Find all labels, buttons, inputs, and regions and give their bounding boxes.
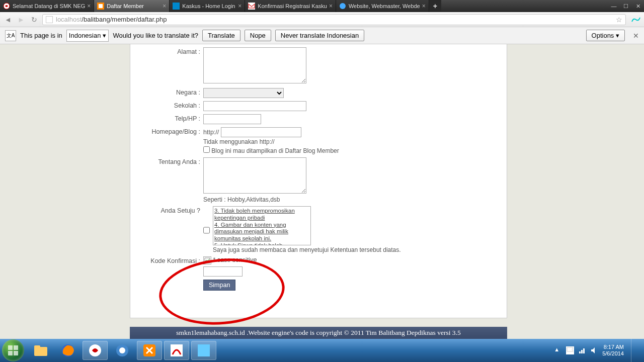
tab-label: Selamat Datang di SMK NEG [13,3,85,9]
setuju-checkbox[interactable] [203,207,210,253]
tentang-textarea[interactable] [203,157,306,194]
svg-rect-12 [34,345,40,348]
svg-point-5 [340,3,346,9]
casesens-text: * case sensitive [213,256,257,263]
setuju-label: Anda Setuju ? [160,207,200,214]
tab-label: Website, Webmaster, Webde [349,3,420,9]
taskbar-xampp-icon[interactable] [137,341,162,360]
negara-label: Negara [176,89,197,96]
alamat-textarea[interactable] [203,47,306,83]
tab-website[interactable]: Website, Webmaster, Webde × [336,0,429,12]
taskbar-explorer-icon[interactable] [28,341,53,360]
back-button[interactable]: ◄ [3,15,13,25]
homepage-label: Homepage/Blog [151,128,197,135]
favicon-web [339,3,346,10]
svg-rect-9 [8,351,13,355]
new-tab-button[interactable]: + [429,0,441,12]
clock-date: 5/6/2014 [602,350,624,357]
kode-label: Kode Konfirmasi [150,257,197,264]
tray-volume-icon[interactable] [590,346,598,354]
blogshow-label: Blog ini mau ditampilkan di Daftar Blog … [211,147,339,154]
tab-close-icon[interactable]: × [238,3,242,10]
favicon-gmail [248,3,255,10]
clock-time: 8:17 AM [602,344,624,350]
tab-close-icon[interactable]: × [87,3,91,10]
telp-input[interactable] [203,114,261,124]
forward-button[interactable]: ► [16,15,26,25]
svg-rect-10 [14,351,18,355]
url-host: localhost [56,16,82,23]
svg-point-16 [119,347,125,353]
page-icon [46,16,53,23]
taskbar-firefox-icon[interactable] [55,341,80,360]
sayajuga-text: Saya juga sudah membaca dan menyetujui K… [213,246,401,253]
homepage-input[interactable] [221,127,301,137]
translate-prompt: Would you like to translate it? [113,32,198,39]
tray-network-icon[interactable] [578,346,586,354]
svg-rect-22 [581,350,583,353]
minimize-button[interactable]: — [608,0,620,12]
svg-rect-23 [583,348,585,353]
tab-label: Daftar Member [107,3,160,9]
taskbar-browser-icon[interactable] [83,341,108,360]
reload-button[interactable]: ↻ [29,15,39,25]
captcha-broken-image-icon [203,256,211,264]
tab-daftar[interactable]: Daftar Member × [94,0,170,12]
kode-input[interactable] [203,266,243,277]
translate-button[interactable]: Translate [202,30,240,41]
close-translate-icon[interactable]: ✕ [633,32,639,40]
translate-text: This page is in [20,32,62,39]
taskbar-app2-icon[interactable] [164,341,189,360]
tab-kaskus[interactable]: Kaskus - Home Login × [170,0,245,12]
nope-button[interactable]: Nope [245,30,271,41]
favicon-kaskus [173,3,180,10]
svg-rect-2 [99,4,103,8]
favicon-daftar [97,3,104,10]
tab-close-icon[interactable]: × [329,3,333,10]
telp-label: Telp/HP [175,115,197,122]
terms-box[interactable]: 3. Tidak boleh mempromosikan kepentingan… [213,206,311,245]
nohttp-hint: Tidak menggunakan http:// [203,138,507,145]
simpan-button[interactable]: Simpan [203,280,235,291]
svg-rect-3 [173,3,180,10]
never-translate-button[interactable]: Never translate Indonesian [275,30,364,41]
bookmark-star-icon[interactable]: ☆ [616,16,622,24]
tab-label: Kaskus - Home Login [182,3,236,9]
tab-close-icon[interactable]: × [163,3,166,10]
maximize-button[interactable]: ☐ [620,0,632,12]
footer-text: smkn1lemahabang.sch.id .Website engine's… [130,327,507,339]
address-bar[interactable]: localhost/balitbang/member/daftar.php ☆ [42,14,626,25]
options-button[interactable]: Options ▾ [586,30,625,41]
seperti-hint: Seperti : Hobby,Aktivitas,dsb [203,196,507,203]
svg-rect-21 [579,351,581,353]
alamat-label: Alamat [177,48,197,55]
translate-icon: 文A [5,30,16,41]
svg-rect-8 [14,345,18,350]
clock[interactable]: 8:17 AM 5/6/2014 [602,344,624,357]
favicon-smk [3,3,10,10]
negara-select[interactable] [203,88,284,98]
tab-smk[interactable]: Selamat Datang di SMK NEG × [0,0,94,12]
blog-show-checkbox[interactable] [203,146,210,153]
svg-rect-19 [198,344,210,356]
tray-flag-icon[interactable] [566,346,574,354]
extension-icon[interactable] [631,16,641,24]
show-desktop-button[interactable] [631,339,638,362]
taskbar-app-icon[interactable] [110,341,135,360]
svg-rect-7 [8,345,13,350]
http-prefix: http:// [203,129,219,136]
start-button[interactable] [2,339,24,361]
tray-show-hidden-icon[interactable]: ▲ [554,346,562,354]
tab-label: Konfirmasi Registrasi Kasku [258,3,327,9]
svg-rect-4 [248,3,255,10]
close-button[interactable]: ✕ [632,0,644,12]
tab-close-icon[interactable]: × [422,3,426,10]
url-path: /balitbang/member/daftar.php [82,16,167,23]
sekolah-input[interactable] [203,101,306,111]
language-select[interactable]: Indonesian ▾ [66,30,109,42]
sekolah-label: Sekolah [174,102,197,109]
tab-gmail[interactable]: Konfirmasi Registrasi Kasku × [245,0,336,12]
tentang-label: Tentang Anda [158,158,197,165]
taskbar-app3-icon[interactable] [191,341,216,360]
